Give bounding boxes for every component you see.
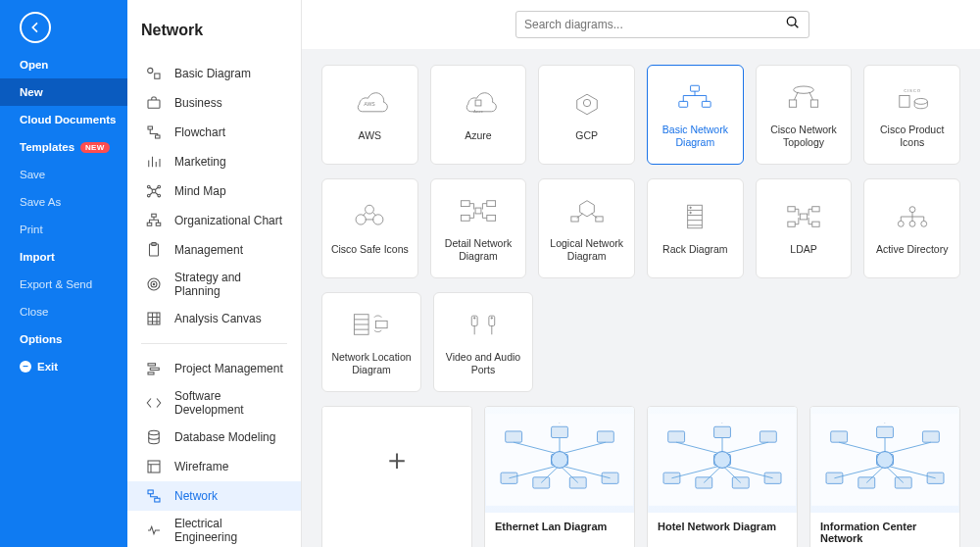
svg-rect-39 (810, 100, 817, 107)
svg-point-54 (690, 208, 691, 209)
ee-icon (145, 522, 163, 539)
tile-detail-network-diagram[interactable]: Detail Network Diagram (430, 178, 527, 278)
svg-rect-86 (760, 431, 776, 442)
tile-cisco-network-topology[interactable]: Cisco Network Topology (756, 65, 853, 165)
tile-aws[interactable]: AWSAWS (321, 65, 418, 165)
template-information-center-network[interactable]: .Information Center Network (809, 406, 960, 547)
category-item-network[interactable]: Network (127, 481, 301, 511)
svg-rect-18 (148, 313, 160, 324)
svg-rect-24 (148, 490, 153, 494)
sidebar-item-options[interactable]: Options (0, 325, 127, 353)
detailnet-icon (457, 194, 500, 227)
category-item-marketing[interactable]: Marketing (127, 147, 301, 176)
sidebar-item-exit[interactable]: Exit (0, 353, 127, 380)
sidebar-item-import[interactable]: Import (0, 243, 127, 271)
template-blank[interactable]: ＋ (321, 406, 472, 547)
svg-rect-73 (506, 431, 522, 442)
svg-point-63 (909, 222, 915, 227)
category-label: Business (174, 96, 222, 110)
tile-basic-network-diagram[interactable]: Basic Network Diagram (647, 65, 744, 165)
tile-network-location-diagram[interactable]: Network Location Diagram (321, 292, 421, 392)
tile-label: Rack Diagram (662, 243, 728, 256)
sidebar-item-close[interactable]: Close (0, 298, 127, 325)
tile-label: Azure (465, 129, 491, 142)
category-item-business[interactable]: Business (127, 88, 301, 118)
shapes-icon (145, 65, 163, 82)
topbar (302, 0, 980, 49)
svg-rect-35 (679, 101, 688, 107)
svg-rect-59 (812, 223, 819, 227)
sidebar-item-label: Exit (37, 361, 58, 373)
sidebar-item-cloud-documents[interactable]: Cloud Documents (0, 106, 127, 133)
tile-label: Logical Network Diagram (543, 237, 630, 263)
category-item-management[interactable]: Management (127, 235, 301, 265)
svg-point-81 (552, 452, 568, 469)
category-column: Basic DiagramBusinessFlowchartMarketingM… (127, 0, 302, 547)
category-item-basic-diagram[interactable]: Basic Diagram (127, 59, 301, 88)
category-label: Marketing (174, 155, 226, 169)
svg-point-43 (356, 215, 366, 224)
svg-point-103 (877, 452, 894, 469)
sidebar-item-export-send[interactable]: Export & Send (0, 271, 127, 298)
svg-rect-58 (788, 223, 795, 227)
tile-label: LDAP (790, 243, 816, 256)
grid-icon (145, 310, 163, 327)
sidebar-item-new[interactable]: New (0, 78, 127, 106)
category-label: Strategy and Planning (174, 271, 287, 298)
svg-rect-19 (148, 364, 156, 366)
basicnet-icon (673, 80, 716, 114)
back-button[interactable] (20, 12, 51, 43)
sidebar-item-label: Save (20, 169, 45, 180)
template-hotel-network-diagram[interactable]: .Hotel Network Diagram (647, 406, 798, 547)
tile-active-directory[interactable]: Active Directory (863, 178, 960, 278)
tile-logical-network-diagram[interactable]: Logical Network Diagram (538, 178, 635, 278)
sidebar-item-save-as[interactable]: Save As (0, 188, 127, 216)
tile-row: Cisco Safe IconsDetail Network DiagramLo… (321, 178, 960, 278)
svg-text:AWS: AWS (365, 101, 376, 107)
page-title: Network (141, 22, 203, 39)
template-thumb: . (485, 407, 634, 513)
tile-cisco-safe-icons[interactable]: Cisco Safe Icons (321, 178, 418, 278)
sidebar-item-print[interactable]: Print (0, 216, 127, 243)
sidebar-item-open[interactable]: Open (0, 51, 127, 78)
category-item-strategy-and-planning[interactable]: Strategy and Planning (127, 265, 301, 304)
arrow-left-icon (27, 20, 43, 35)
svg-rect-60 (800, 215, 807, 221)
template-ethernet-lan-diagram[interactable]: .Ethernet Lan Diagram (484, 406, 635, 547)
tile-ldap[interactable]: LDAP (756, 178, 853, 278)
tile-label: GCP (575, 129, 598, 142)
category-item-organizational-chart[interactable]: Organizational Chart (127, 206, 301, 235)
tile-rack-diagram[interactable]: Rack Diagram (647, 178, 744, 278)
category-item-database-modeling[interactable]: Database Modeling (127, 423, 301, 452)
tile-video-and-audio-ports[interactable]: Video and Audio Ports (433, 292, 533, 392)
svg-rect-57 (812, 207, 819, 212)
template-thumb: . (810, 407, 959, 513)
tile-label: Network Location Diagram (326, 351, 416, 376)
sidebar-item-save[interactable]: Save (0, 161, 127, 188)
category-item-mind-map[interactable]: Mind Map (127, 176, 301, 206)
new-badge: NEW (80, 142, 110, 153)
svg-point-69 (473, 318, 474, 319)
svg-point-64 (920, 222, 926, 227)
tile-gcp[interactable]: GCP (538, 65, 635, 165)
search-input[interactable] (524, 18, 785, 31)
search-box[interactable] (515, 11, 809, 38)
tile-cisco-product-icons[interactable]: CISCOCisco Product Icons (863, 65, 960, 165)
category-label: Analysis Canvas (174, 312, 262, 325)
template-thumb: . (648, 407, 797, 513)
category-item-flowchart[interactable]: Flowchart (127, 118, 301, 147)
sidebar-item-label: Options (20, 333, 62, 345)
svg-rect-3 (148, 126, 153, 129)
category-item-electrical-engineering[interactable]: Electrical Engineering (127, 511, 301, 547)
category-item-project-management[interactable]: Project Management (127, 354, 301, 383)
tile-row: Network Location DiagramVideo and Audio … (321, 292, 960, 392)
svg-point-7 (158, 185, 161, 188)
category-item-analysis-canvas[interactable]: Analysis Canvas (127, 304, 301, 333)
clipboard-icon (145, 241, 163, 259)
category-item-software-development[interactable]: Software Development (127, 383, 301, 423)
category-item-wireframe[interactable]: Wireframe (127, 452, 301, 481)
tile-azure[interactable]: AzureAzure (430, 65, 527, 165)
tile-label: Cisco Safe Icons (331, 243, 409, 256)
netloc-icon (350, 308, 393, 341)
sidebar-item-templates[interactable]: Templates NEW (0, 133, 127, 161)
